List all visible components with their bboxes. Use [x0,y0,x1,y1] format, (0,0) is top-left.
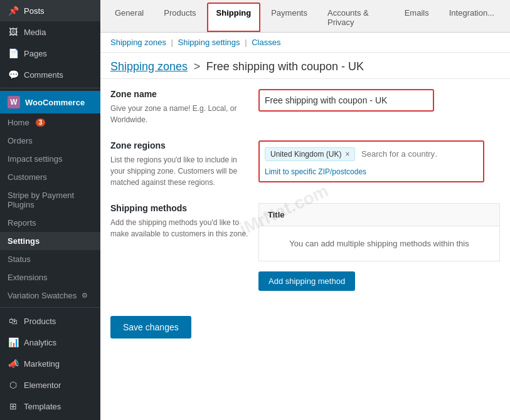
shipping-methods-row: Shipping methods Add the shipping method… [110,203,500,261]
zone-regions-label-col: Zone regions List the regions you'd like… [110,140,248,188]
region-box: United Kingdom (UK) × Limit to specific … [258,140,484,182]
tab-emails[interactable]: Emails [395,3,438,32]
breadcrumb-current: Free shipping with coupon - UK [206,60,364,73]
sidebar-item-orders[interactable]: Orders [0,132,100,150]
empty-message: You can add multiple shipping methods wi… [259,226,500,261]
subnav-shipping-zones[interactable]: Shipping zones [110,38,166,47]
posts-icon: 📌 [8,5,19,16]
zone-name-row: Zone name Give your zone a name! E.g. Lo… [110,89,500,125]
main-content: General Products Shipping Payments Accou… [100,0,510,420]
save-changes-button[interactable]: Save changes [110,316,191,339]
region-tag-remove[interactable]: × [345,150,349,159]
sidebar: 📌 Posts 🖼 Media 📄 Pages 💬 Comments W Woo… [0,0,100,420]
sidebar-item-marketing[interactable]: 📣 Marketing [0,353,100,374]
sidebar-item-stripe[interactable]: Stripe by Payment Plugins [0,186,100,214]
actions-bar: Save changes [100,311,510,349]
tab-payments[interactable]: Payments [262,3,317,32]
tab-integrations[interactable]: Integration... [440,3,504,32]
methods-table: Title You can add multiple shipping meth… [258,203,500,261]
zone-name-label-col: Zone name Give your zone a name! E.g. Lo… [110,89,248,125]
zone-name-title: Zone name [110,89,248,99]
media-icon: 🖼 [8,26,19,38]
zone-name-input[interactable] [262,93,425,108]
sidebar-item-home[interactable]: Home 3 [0,113,100,132]
sidebar-divider-2 [0,307,100,308]
sidebar-item-posts[interactable]: 📌 Posts [0,0,100,21]
sidebar-item-extensions[interactable]: Extensions [0,268,100,286]
sidebar-item-impact[interactable]: Impact settings [0,150,100,168]
zone-name-wrapper [258,89,434,112]
tab-shipping[interactable]: Shipping [207,3,261,32]
form-area: Zone name Give your zone a name! E.g. Lo… [100,79,510,311]
sidebar-item-products[interactable]: 🛍 Products [0,310,100,332]
sidebar-item-pages[interactable]: 📄 Pages [0,43,100,64]
woocommerce-header[interactable]: W WooCommerce [0,91,100,113]
tab-products[interactable]: Products [154,3,205,32]
zone-regions-row: Zone regions List the regions you'd like… [110,140,500,188]
sidebar-item-customers[interactable]: Customers [0,168,100,186]
sidebar-item-analytics[interactable]: 📊 Analytics [0,332,100,353]
zone-regions-field-col: United Kingdom (UK) × Limit to specific … [258,140,500,188]
sidebar-item-settings[interactable]: Settings [0,232,100,250]
sidebar-item-media[interactable]: 🖼 Media [0,21,100,43]
woo-icon: W [8,96,20,108]
breadcrumb-separator: > [194,60,201,73]
region-tag-uk: United Kingdom (UK) × [265,147,355,161]
templates-icon: ⊞ [8,401,19,412]
pages-icon: 📄 [8,48,19,59]
add-method-area: Add shipping method [110,271,500,291]
breadcrumb-link[interactable]: Shipping zones [110,60,188,73]
zone-regions-title: Zone regions [110,140,248,150]
zone-name-description: Give your zone a name! E.g. Local, or Wo… [110,103,248,125]
tab-general[interactable]: General [105,3,153,32]
methods-title: Shipping methods [110,203,248,213]
sidebar-divider [0,88,100,88]
subnav-shipping-settings[interactable]: Shipping settings [178,38,240,47]
table-row-empty: You can add multiple shipping methods wi… [259,226,500,261]
sidebar-item-elementor[interactable]: ⬡ Elementor [0,374,100,396]
sidebar-item-templates[interactable]: ⊞ Templates [0,396,100,417]
limit-zip-link[interactable]: Limit to specific ZIP/postcodes [265,167,478,176]
comments-icon: 💬 [8,69,19,80]
elementor-icon: ⬡ [8,379,19,391]
zone-name-field-col [258,89,500,125]
zone-regions-description: List the regions you'd like to include i… [110,154,248,188]
region-tags-area: United Kingdom (UK) × [265,147,478,164]
methods-table-col: Title You can add multiple shipping meth… [258,203,500,261]
region-tag-label: United Kingdom (UK) [270,150,341,159]
methods-table-header-title: Title [259,204,500,226]
marketing-icon: 📣 [8,358,19,369]
sidebar-item-variation-swatches[interactable]: Variation Swatches ⚙ [0,286,100,305]
tabs-bar: General Products Shipping Payments Accou… [100,0,510,33]
methods-label-col: Shipping methods Add the shipping method… [110,203,248,261]
sidebar-item-status[interactable]: Status [0,250,100,268]
variation-swatches-icon: ⚙ [82,291,88,300]
methods-description: Add the shipping methods you'd like to m… [110,217,248,239]
subnav-classes[interactable]: Classes [252,38,280,47]
region-search-input[interactable] [361,149,437,159]
sub-nav: Shipping zones | Shipping settings | Cla… [100,33,510,53]
sidebar-item-comments[interactable]: 💬 Comments [0,64,100,85]
analytics-icon: 📊 [8,337,19,348]
add-shipping-method-button[interactable]: Add shipping method [258,271,355,291]
tab-accounts-privacy[interactable]: Accounts & Privacy [318,3,394,32]
products-icon: 🛍 [8,315,19,327]
page-header: Shipping zones > Free shipping with coup… [100,53,510,79]
sidebar-item-reports[interactable]: Reports [0,214,100,232]
